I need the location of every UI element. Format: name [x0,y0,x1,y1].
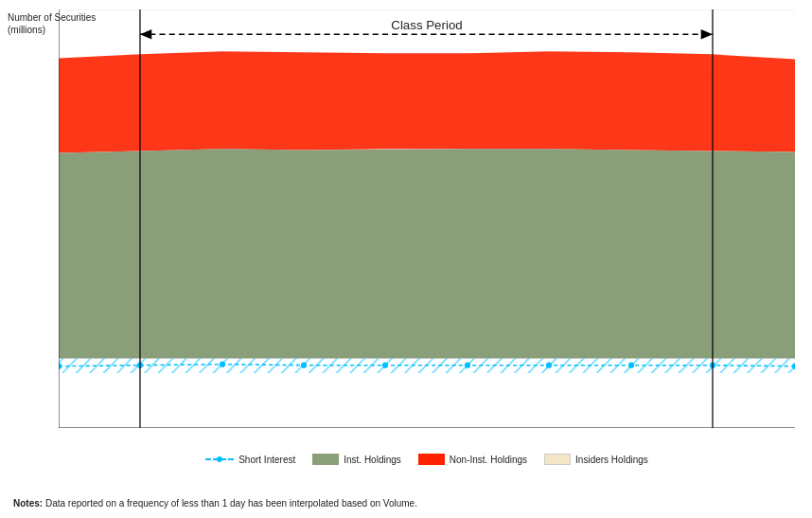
short-interest-legend-icon [205,453,234,466]
legend-short-interest-label: Short Interest [238,455,295,465]
chart-container: Number of Securities(millions) 250 [0,0,812,518]
svg-marker-30 [701,29,713,40]
svg-point-19 [301,363,307,368]
svg-point-22 [546,363,552,368]
legend-insiders-holdings: Insiders Holdings [544,454,648,465]
non-inst-holdings-legend-swatch [418,454,445,465]
legend-insiders-holdings-label: Insiders Holdings [575,455,648,465]
legend-area: Short Interest Inst. Holdings Non-Inst. … [59,453,795,466]
svg-point-20 [382,363,388,368]
legend-short-interest: Short Interest [205,453,295,466]
class-period-label: Class Period [391,18,462,32]
inst-holdings-legend-swatch [312,454,339,465]
insiders-holdings-legend-swatch [544,454,571,465]
inst-holdings-area [59,149,795,358]
svg-point-23 [628,363,634,368]
legend-non-inst-holdings-label: Non-Inst. Holdings [450,455,527,465]
notes-prefix: Notes: [13,498,43,509]
chart-area: 250 200 150 100 50 0 -50 [59,9,795,428]
non-inst-holdings-area [59,51,795,152]
legend-non-inst-holdings: Non-Inst. Holdings [418,454,527,465]
svg-marker-29 [140,29,151,40]
legend-inst-holdings-label: Inst. Holdings [344,455,401,465]
chart-svg: 250 200 150 100 50 0 -50 [59,9,795,428]
svg-point-18 [220,361,225,366]
notes-area: Notes: Data reported on a frequency of l… [13,498,795,509]
svg-point-21 [465,363,470,368]
legend-inst-holdings: Inst. Holdings [312,454,401,465]
notes-text: Data reported on a frequency of less tha… [43,498,417,509]
